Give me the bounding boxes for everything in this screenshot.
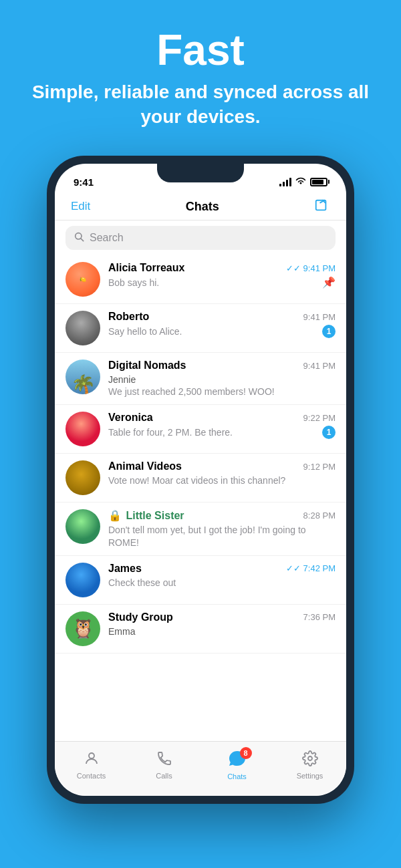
chat-name: 🔒 Little Sister xyxy=(108,509,184,522)
chat-header: Digital Nomads 9:41 PM xyxy=(108,359,336,372)
chat-time: 9:22 PM xyxy=(303,413,336,423)
svg-line-2 xyxy=(81,239,84,241)
chat-content: Animal Videos 9:12 PM Vote now! Moar cat… xyxy=(108,460,336,486)
avatar: 🌴 xyxy=(65,359,100,394)
unread-badge: 1 xyxy=(322,325,336,338)
list-item[interactable]: Animal Videos 9:12 PM Vote now! Moar cat… xyxy=(55,454,346,502)
chat-content: 🔒 Little Sister 8:28 PM Don't tell mom y… xyxy=(108,509,336,548)
avatar xyxy=(65,460,100,495)
tab-contacts[interactable]: Contacts xyxy=(72,750,112,780)
chat-time: ✓✓ 7:42 PM xyxy=(286,563,336,573)
search-bar[interactable]: Search xyxy=(65,226,336,250)
list-item[interactable]: 🍋 Alicia Torreaux ✓✓ 9:41 PM Bob says hi… xyxy=(55,255,346,304)
chat-content: James ✓✓ 7:42 PM Check these out xyxy=(108,563,336,589)
battery-icon xyxy=(310,178,327,186)
chat-message: Table for four, 2 PM. Be there. xyxy=(108,426,233,438)
avatar: 🦉 xyxy=(65,611,100,646)
chat-time: 8:28 PM xyxy=(303,511,336,521)
chat-message: Say hello to Alice. xyxy=(108,325,182,337)
pin-icon: 📌 xyxy=(322,276,336,289)
chat-header: 🔒 Little Sister 8:28 PM xyxy=(108,509,336,522)
lock-icon: 🔒 xyxy=(108,510,122,521)
list-item[interactable]: 🦉 Study Group 7:36 PM Emma xyxy=(55,605,346,654)
chat-time: 7:36 PM xyxy=(303,612,336,622)
chat-message: Bob says hi. xyxy=(108,277,159,289)
tab-chats[interactable]: 8 Chats xyxy=(217,750,257,780)
edit-button[interactable]: Edit xyxy=(71,200,90,213)
chat-header: Study Group 7:36 PM xyxy=(108,611,336,623)
contacts-icon xyxy=(84,750,100,770)
chat-time: 9:12 PM xyxy=(303,462,336,472)
chat-name: Animal Videos xyxy=(108,460,182,472)
tab-settings[interactable]: Settings xyxy=(290,750,330,780)
chat-message: We just reached 2,500 members! WOO! xyxy=(108,386,336,398)
wifi-icon xyxy=(295,176,306,187)
chat-message: Check these out xyxy=(108,577,176,588)
hero-section: Fast Simple, reliable and synced across … xyxy=(0,0,401,142)
chat-time: 9:41 PM xyxy=(303,361,336,371)
double-check-icon: ✓✓ xyxy=(286,263,301,273)
nav-title: Chats xyxy=(186,200,219,214)
chat-header: Veronica 9:22 PM xyxy=(108,412,336,424)
svg-point-3 xyxy=(89,753,94,758)
chat-message: Vote now! Moar cat videos in this channe… xyxy=(108,474,336,486)
notch xyxy=(157,164,244,182)
avatar xyxy=(65,509,100,544)
compose-button[interactable] xyxy=(314,198,330,214)
list-item[interactable]: Roberto 9:41 PM Say hello to Alice. 1 xyxy=(55,304,346,353)
signal-icon xyxy=(279,177,291,186)
search-placeholder: Search xyxy=(90,232,124,244)
tab-calls[interactable]: Calls xyxy=(144,750,184,780)
chat-message: Don't tell mom yet, but I got the job! I… xyxy=(108,524,336,548)
chat-content: Alicia Torreaux ✓✓ 9:41 PM Bob says hi. … xyxy=(108,262,336,289)
chat-time: ✓✓ 9:41 PM xyxy=(286,263,336,273)
chat-time: 9:41 PM xyxy=(303,312,336,322)
unread-badge: 1 xyxy=(322,426,336,439)
tab-chats-label: Chats xyxy=(227,772,247,780)
chats-icon: 8 xyxy=(228,750,247,771)
chat-sender: Jennie xyxy=(108,374,136,385)
list-item[interactable]: 🌴 Digital Nomads 9:41 PM Jennie We just … xyxy=(55,353,346,405)
hero-title: Fast xyxy=(13,27,388,74)
list-item[interactable]: Veronica 9:22 PM Table for four, 2 PM. B… xyxy=(55,405,346,454)
avatar xyxy=(65,311,100,345)
chat-content: Veronica 9:22 PM Table for four, 2 PM. B… xyxy=(108,412,336,439)
owl-icon: 🦉 xyxy=(65,611,100,646)
status-icons xyxy=(279,176,327,187)
chat-name: Veronica xyxy=(108,412,153,424)
chat-sender: Emma xyxy=(108,626,135,637)
tab-calls-label: Calls xyxy=(156,772,172,780)
chat-meta: ✓✓ 9:41 PM xyxy=(286,263,336,273)
chat-content: Study Group 7:36 PM Emma xyxy=(108,611,336,637)
hero-subtitle: Simple, reliable and synced across all y… xyxy=(13,80,388,129)
chat-name: Digital Nomads xyxy=(108,359,186,372)
search-icon xyxy=(74,231,84,245)
tab-settings-label: Settings xyxy=(297,772,323,780)
chat-header: Roberto 9:41 PM xyxy=(108,311,336,323)
nav-bar: Edit Chats xyxy=(55,193,346,221)
chat-name: Alicia Torreaux xyxy=(108,262,184,274)
avatar xyxy=(65,412,100,446)
svg-point-4 xyxy=(308,756,312,760)
search-container: Search xyxy=(55,221,346,255)
list-item[interactable]: James ✓✓ 7:42 PM Check these out xyxy=(55,556,346,605)
avatar: 🍋 xyxy=(65,262,100,297)
chat-name: James xyxy=(108,563,142,575)
avatar xyxy=(65,563,100,597)
chat-content: Digital Nomads 9:41 PM Jennie We just re… xyxy=(108,359,336,398)
tab-contacts-label: Contacts xyxy=(77,772,106,780)
phone-wrapper: 9:41 xyxy=(0,156,401,804)
chat-header: James ✓✓ 7:42 PM xyxy=(108,563,336,575)
chats-badge: 8 xyxy=(240,747,252,759)
chat-header: Animal Videos 9:12 PM xyxy=(108,460,336,472)
list-item[interactable]: 🔒 Little Sister 8:28 PM Don't tell mom y… xyxy=(55,502,346,555)
chat-list: 🍋 Alicia Torreaux ✓✓ 9:41 PM Bob says hi… xyxy=(55,255,346,654)
settings-icon xyxy=(302,750,318,770)
palm-icon: 🌴 xyxy=(71,374,96,394)
chat-content: Roberto 9:41 PM Say hello to Alice. 1 xyxy=(108,311,336,338)
chat-header: Alicia Torreaux ✓✓ 9:41 PM xyxy=(108,262,336,274)
calls-icon xyxy=(156,750,172,770)
phone-frame: 9:41 xyxy=(47,156,354,804)
phone-screen: 9:41 xyxy=(55,164,346,796)
double-check-icon: ✓✓ xyxy=(286,563,301,573)
